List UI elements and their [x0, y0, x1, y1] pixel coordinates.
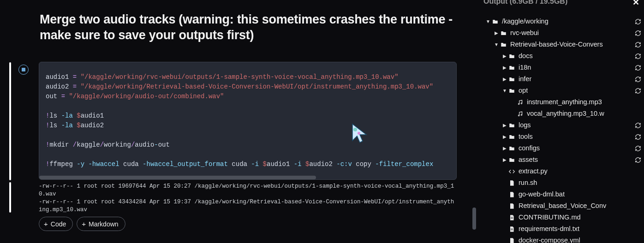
tree-item-label: requirements-dml.txt: [519, 223, 579, 235]
tree-item-label: CONTRIBUTING.md: [519, 212, 581, 223]
svg-rect-8: [511, 228, 513, 229]
add-code-label: Code: [51, 220, 66, 228]
tree-item-label: opt: [519, 85, 528, 96]
tree-folder[interactable]: ▼/kaggle/working: [483, 16, 644, 27]
doc-icon: [507, 226, 516, 232]
tree-file[interactable]: extract.py: [483, 166, 644, 177]
tree-item-label: go-web-dml.bat: [519, 189, 565, 200]
notebook-main: Merge two audio tracks (warning: this so…: [0, 0, 480, 243]
add-markdown-cell-button[interactable]: + Markdown: [77, 217, 125, 231]
sidebar-header: Output (6.9GB / 19.5GB) ✕: [483, 0, 644, 11]
code-icon: [507, 168, 516, 175]
tree-file[interactable]: CONTRIBUTING.md: [483, 212, 644, 223]
folder-icon: [507, 157, 516, 163]
tree-folder[interactable]: ▶i18n: [483, 62, 644, 73]
doc-icon: [507, 214, 516, 221]
code-cell[interactable]: audio1 = "/kaggle/working/rvc-webui/outp…: [39, 62, 457, 180]
vertical-scrollbar-thumb[interactable]: [472, 207, 476, 230]
tree-file[interactable]: docker-compose.yml: [483, 235, 644, 243]
file-icon: [507, 203, 516, 209]
caret-icon: ▶: [502, 131, 507, 142]
add-markdown-label: Markdown: [89, 220, 119, 228]
tree-item-label: docker-compose.yml: [519, 235, 580, 243]
code-content[interactable]: audio1 = "/kaggle/working/rvc-webui/outp…: [39, 62, 456, 174]
folder-icon: [507, 88, 516, 94]
tree-item-label: docs: [519, 50, 533, 62]
caret-icon: ▶: [502, 50, 507, 62]
caret-icon: ▼: [494, 39, 499, 50]
tree-item-label: configs: [519, 142, 540, 154]
cell-output: -rw-r--r-- 1 root root 19697644 Apr 15 2…: [39, 183, 457, 214]
tree-folder[interactable]: ▶docs: [483, 50, 644, 62]
tree-item-label: Retrieval_based_Voice_Conv: [519, 200, 606, 212]
tree-folder[interactable]: ▶infer: [483, 73, 644, 85]
audio-icon: [516, 111, 524, 117]
tree-item-label: rvc-webui: [510, 27, 539, 39]
caret-icon: ▶: [502, 62, 507, 73]
horizontal-scrollbar-thumb[interactable]: [39, 176, 316, 179]
tree-folder[interactable]: ▼opt: [483, 85, 644, 96]
svg-point-2: [518, 103, 519, 104]
stop-icon: [22, 68, 25, 71]
folder-icon: [507, 122, 516, 129]
tree-item-label: vocal_anything.mp3_10.w: [527, 108, 604, 119]
file-icon: [507, 180, 516, 186]
folder-icon: [507, 145, 516, 152]
folder-icon: [507, 53, 516, 59]
tree-file[interactable]: vocal_anything.mp3_10.w: [483, 108, 644, 119]
caret-icon: ▼: [485, 16, 491, 27]
tree-folder[interactable]: ▶assets: [483, 154, 644, 166]
tree-item-label: extract.py: [519, 166, 548, 177]
folder-icon: [499, 41, 507, 48]
folder-icon: [507, 134, 516, 140]
svg-point-4: [518, 115, 519, 116]
output-indicator-bar: [9, 182, 11, 213]
folder-icon: [491, 18, 499, 25]
tree-item-label: instrument_anything.mp3: [527, 96, 602, 108]
cell-indicator-bar: [9, 62, 11, 180]
caret-icon: ▶: [502, 73, 507, 85]
tree-file[interactable]: run.sh: [483, 177, 644, 189]
audio-icon: [516, 99, 524, 106]
output-files-sidebar: Output (6.9GB / 19.5GB) ✕ ▼/kaggle/worki…: [483, 0, 644, 243]
tree-item-label: /kaggle/working: [502, 16, 549, 27]
add-code-cell-button[interactable]: + Code: [39, 217, 73, 231]
caret-icon: ▶: [502, 119, 507, 131]
caret-icon: ▶: [502, 154, 507, 166]
folder-icon: [507, 76, 516, 83]
tree-item-label: logs: [519, 119, 531, 131]
caret-icon: ▼: [502, 85, 507, 96]
sidebar-title: Output (6.9GB / 19.5GB): [483, 0, 567, 6]
file-tree: ▼/kaggle/working▶rvc-webui▼Retrieval-bas…: [483, 11, 644, 243]
tree-item-label: i18n: [519, 62, 531, 73]
folder-icon: [499, 30, 507, 36]
svg-rect-9: [511, 230, 513, 230]
tree-folder[interactable]: ▶configs: [483, 142, 644, 154]
tree-item-label: infer: [519, 73, 531, 85]
horizontal-scrollbar-track[interactable]: [39, 176, 456, 179]
plus-icon: +: [82, 220, 86, 228]
plus-icon: +: [44, 220, 48, 228]
tree-file[interactable]: requirements-dml.txt: [483, 223, 644, 235]
tree-file[interactable]: instrument_anything.mp3: [483, 96, 644, 108]
tree-folder[interactable]: ▼Retrieval-based-Voice-Convers: [483, 39, 644, 50]
tree-folder[interactable]: ▶logs: [483, 119, 644, 131]
caret-icon: ▶: [494, 27, 499, 39]
svg-rect-7: [511, 218, 513, 219]
add-cell-button-row: + Code + Markdown: [39, 217, 125, 231]
tree-folder[interactable]: ▶tools: [483, 131, 644, 142]
tree-file[interactable]: Retrieval_based_Voice_Conv: [483, 200, 644, 212]
section-heading: Merge two audio tracks (warning: this so…: [40, 12, 455, 43]
svg-point-3: [521, 103, 522, 104]
file-icon: [507, 237, 516, 243]
caret-icon: ▶: [502, 142, 507, 154]
tree-item-label: tools: [519, 131, 533, 142]
svg-rect-6: [511, 217, 513, 217]
stop-execution-button[interactable]: [18, 65, 29, 75]
tree-file[interactable]: go-web-dml.bat: [483, 189, 644, 200]
file-icon: [507, 191, 516, 198]
tree-folder[interactable]: ▶rvc-webui: [483, 27, 644, 39]
tree-item-label: run.sh: [519, 177, 537, 189]
tree-item-label: assets: [519, 154, 538, 166]
close-icon[interactable]: ✕: [632, 0, 639, 7]
